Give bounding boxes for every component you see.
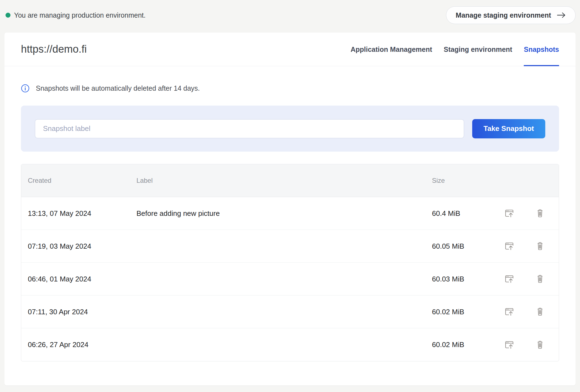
table-row: 13:13, 07 May 2024 Before adding new pic… (21, 197, 559, 230)
snapshot-size: 60.02 MiB (432, 340, 498, 349)
trash-icon (535, 241, 545, 251)
trash-icon (535, 209, 545, 218)
column-header-size: Size (432, 177, 498, 184)
restore-snapshot-button[interactable] (502, 304, 517, 319)
snapshot-created: 06:46, 01 May 2024 (28, 275, 136, 283)
tab-staging-environment[interactable]: Staging environment (444, 33, 512, 66)
column-header-created: Created (28, 177, 136, 184)
retention-notice-text: Snapshots will be automatically deleted … (36, 84, 200, 92)
restore-window-icon (504, 340, 514, 350)
snapshot-created: 07:11, 30 Apr 2024 (28, 308, 136, 316)
tab-application-management[interactable]: Application Management (351, 33, 432, 66)
delete-snapshot-button[interactable] (532, 337, 548, 353)
snapshot-size: 60.03 MiB (432, 275, 498, 283)
restore-snapshot-button[interactable] (502, 206, 517, 221)
tab-bar: Application Management Staging environme… (351, 33, 559, 66)
snapshot-label: Before adding new picture (136, 209, 432, 218)
restore-snapshot-button[interactable] (502, 337, 517, 353)
trash-icon (535, 307, 545, 316)
site-management-card: https://demo.fi Application Management S… (4, 33, 576, 385)
snapshots-panel: Snapshots will be automatically deleted … (4, 66, 576, 361)
info-icon (21, 84, 29, 93)
delete-snapshot-button[interactable] (532, 271, 548, 287)
restore-window-icon (504, 241, 514, 251)
snapshot-size: 60.4 MiB (432, 209, 498, 218)
snapshots-table: Created Label Size 13:13, 07 May 2024 Be… (21, 164, 559, 361)
table-row: 06:46, 01 May 2024 60.03 MiB (21, 263, 559, 296)
tab-snapshots[interactable]: Snapshots (524, 33, 559, 66)
restore-snapshot-button[interactable] (502, 271, 517, 287)
table-row: 07:19, 03 May 2024 60.05 MiB (21, 230, 559, 263)
take-snapshot-form: Take Snapshot (21, 106, 559, 152)
table-row: 06:26, 27 Apr 2024 60.02 MiB (21, 328, 559, 361)
manage-staging-button-label: Manage staging environment (456, 11, 551, 19)
trash-icon (535, 340, 545, 350)
snapshots-table-body: 13:13, 07 May 2024 Before adding new pic… (21, 197, 559, 361)
snapshot-created: 06:26, 27 Apr 2024 (28, 340, 136, 349)
snapshot-created: 07:19, 03 May 2024 (28, 242, 136, 251)
retention-notice: Snapshots will be automatically deleted … (21, 80, 559, 96)
snapshot-size: 60.05 MiB (432, 242, 498, 251)
delete-snapshot-button[interactable] (532, 304, 548, 319)
trash-icon (535, 274, 545, 284)
snapshot-label-input[interactable] (35, 119, 464, 138)
arrow-right-icon (557, 12, 566, 18)
take-snapshot-button[interactable]: Take Snapshot (472, 119, 545, 138)
card-header: https://demo.fi Application Management S… (4, 33, 576, 66)
restore-window-icon (504, 274, 514, 284)
manage-staging-button[interactable]: Manage staging environment (446, 6, 576, 24)
column-header-label: Label (136, 177, 432, 184)
restore-window-icon (504, 208, 514, 218)
production-status-dot-icon (6, 13, 10, 18)
snapshot-size: 60.02 MiB (432, 308, 498, 316)
environment-status: You are managing production environment. (6, 11, 146, 19)
restore-snapshot-button[interactable] (502, 238, 517, 254)
restore-window-icon (504, 307, 514, 317)
table-row: 07:11, 30 Apr 2024 60.02 MiB (21, 296, 559, 328)
environment-banner: You are managing production environment.… (0, 0, 580, 33)
snapshots-table-header: Created Label Size (21, 164, 559, 197)
delete-snapshot-button[interactable] (532, 206, 548, 221)
environment-status-text: You are managing production environment. (14, 11, 146, 19)
delete-snapshot-button[interactable] (532, 238, 548, 254)
snapshot-created: 13:13, 07 May 2024 (28, 209, 136, 218)
site-title: https://demo.fi (21, 43, 87, 55)
